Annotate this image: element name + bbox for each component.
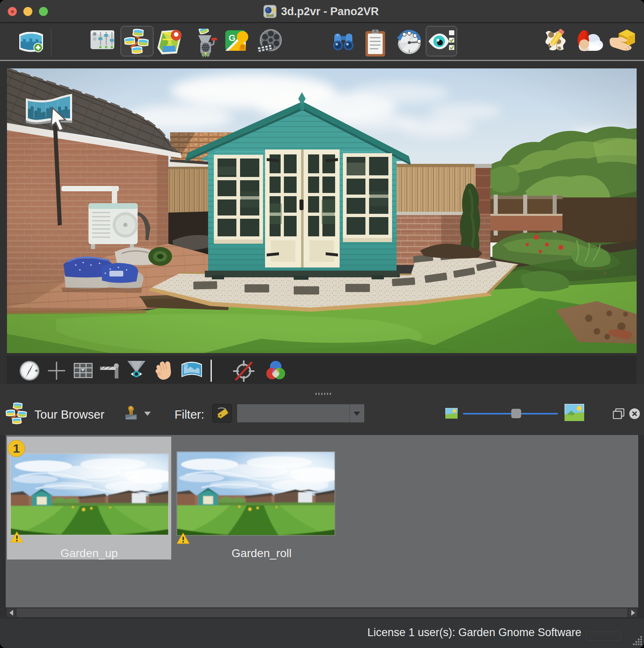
svg-text:G: G <box>229 33 236 43</box>
